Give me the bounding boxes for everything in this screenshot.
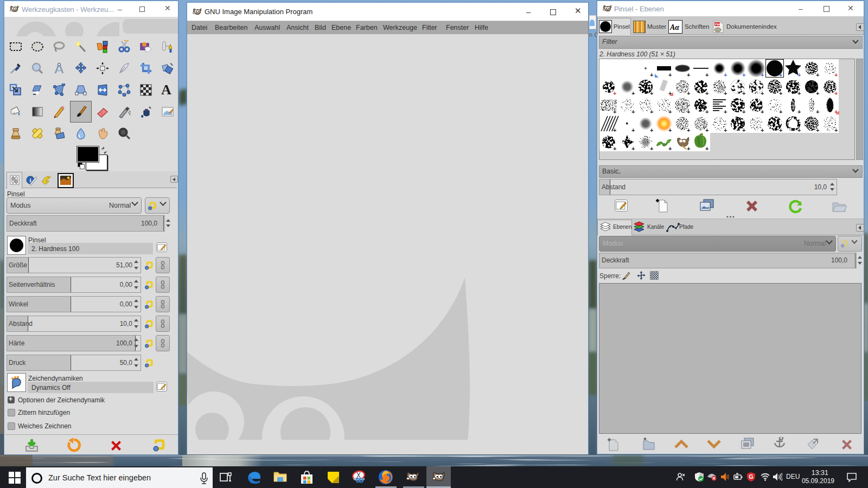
svg-text:i: i — [29, 177, 31, 183]
svg-text:PNG: PNG — [715, 23, 722, 26]
svg-text:G: G — [749, 473, 754, 480]
